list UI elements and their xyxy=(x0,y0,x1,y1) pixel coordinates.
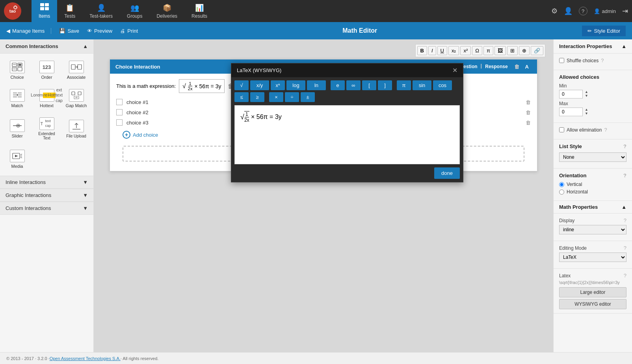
orientation-help-icon[interactable]: ? xyxy=(623,173,626,178)
list-style-select[interactable]: None Decimal Lower Alpha Upper Alpha xyxy=(559,152,626,162)
sidebar-item-slider[interactable]: Slider xyxy=(4,114,30,143)
custom-interactions-header[interactable]: Custom Interactions ▼ xyxy=(0,202,93,215)
help-icon[interactable]: ? xyxy=(579,7,587,15)
cos-btn[interactable]: cos xyxy=(433,80,452,90)
underline-button[interactable]: U xyxy=(437,46,447,55)
choice3-delete-icon[interactable]: 🗑 xyxy=(526,120,531,126)
nav-item-groups[interactable]: 👥 Groups xyxy=(120,0,149,22)
choice1-checkbox[interactable] xyxy=(116,99,123,105)
common-interactions-header[interactable]: Common Interactions ▲ xyxy=(0,39,93,54)
print-button[interactable]: 🖨 Print xyxy=(120,28,138,34)
company-link[interactable]: Open Assessment Technologies S.A. xyxy=(50,356,121,361)
rbracket-btn[interactable]: ] xyxy=(378,80,392,90)
shuffle-section: Shuffle choices ? xyxy=(554,54,632,70)
sqrt-btn[interactable]: √ xyxy=(234,80,249,90)
table-button[interactable]: ⊞ xyxy=(507,46,518,55)
preview-button[interactable]: 👁 Preview xyxy=(87,28,112,34)
list-style-help-icon[interactable]: ? xyxy=(623,143,626,149)
wysiwyg-editor-button[interactable]: WYSIWYG editor xyxy=(559,299,626,309)
allow-elimination-help-icon[interactable]: ? xyxy=(604,127,607,133)
fraction-btn[interactable]: x/y xyxy=(250,80,269,90)
nav-item-testtakers[interactable]: 👤 Test-takers xyxy=(82,0,120,22)
power-btn[interactable]: xⁿ xyxy=(271,80,285,90)
infinity-btn[interactable]: ∞ xyxy=(346,80,361,90)
graphic-interactions-header[interactable]: Graphic Interactions ▼ xyxy=(0,189,93,202)
style-editor-button[interactable]: ✏ Style Editor xyxy=(582,26,626,36)
latex-dialog: LaTeX (WYSIWYG) ✕ √ x/y xⁿ log ln e ∞ [ … xyxy=(231,63,463,182)
sidebar-item-extended-text[interactable]: Ttext cap Extended Text xyxy=(33,114,60,143)
interaction-properties-collapse[interactable]: ▲ xyxy=(621,43,626,49)
app-logo[interactable]: tao xyxy=(4,2,24,20)
inline-interactions-header[interactable]: Inline Interactions ▼ xyxy=(0,176,93,189)
pi-button[interactable]: π xyxy=(483,46,493,55)
sidebar-item-hottext[interactable]: Lorem reHottexttext cap Hottext xyxy=(33,86,60,111)
choice3-checkbox[interactable] xyxy=(116,119,123,126)
special-button[interactable]: ⊕ xyxy=(519,46,530,55)
euler-btn[interactable]: e xyxy=(331,80,345,90)
max-input[interactable] xyxy=(559,108,583,116)
editing-mode-select[interactable]: LaTeX WYSIWYG xyxy=(559,253,626,262)
link-button[interactable]: 🔗 xyxy=(531,46,543,55)
sidebar-item-choice[interactable]: Choice xyxy=(4,58,30,83)
superscript-button[interactable]: x² xyxy=(460,46,471,55)
shuffle-help-icon[interactable]: ? xyxy=(601,58,604,63)
choice1-delete-icon[interactable]: 🗑 xyxy=(526,99,531,105)
nav-item-results[interactable]: 📊 Results xyxy=(184,0,214,22)
lbracket-btn[interactable]: [ xyxy=(362,80,376,90)
italic-button[interactable]: I xyxy=(428,46,436,55)
vertical-radio[interactable] xyxy=(559,182,564,187)
sidebar-item-associate[interactable]: Associate xyxy=(63,58,89,83)
times-btn[interactable]: × xyxy=(269,92,283,102)
save-button[interactable]: 💾 Save xyxy=(59,28,79,34)
sidebar-item-media[interactable]: Media xyxy=(4,147,30,172)
image-button[interactable]: 🖼 xyxy=(494,46,506,55)
choice2-checkbox[interactable] xyxy=(116,109,123,115)
sidebar-item-order[interactable]: 123 Order xyxy=(33,58,60,83)
sidebar-item-gap-match[interactable]: ab Gap Match xyxy=(63,86,89,111)
logout-icon[interactable]: ⇥ xyxy=(622,7,628,15)
math-expression[interactable]: √ 1 2x × 56π = 3y xyxy=(179,79,225,93)
latex-editor[interactable]: √12x × 56π = 3y xyxy=(234,105,460,164)
omega-button[interactable]: Ω xyxy=(472,46,482,55)
ln-btn[interactable]: ln xyxy=(307,80,326,90)
nav-item-items[interactable]: Items xyxy=(32,0,57,22)
display-select[interactable]: inline block xyxy=(559,225,626,234)
large-editor-button[interactable]: Large editor xyxy=(559,287,626,297)
choice2-delete-icon[interactable]: 🗑 xyxy=(526,110,531,115)
log-btn[interactable]: log xyxy=(286,80,305,90)
response-tab[interactable]: Response xyxy=(482,63,511,71)
plusminus-btn[interactable]: ± xyxy=(301,92,315,102)
min-down-spinner[interactable]: ▼ xyxy=(585,94,588,98)
pi-btn[interactable]: π xyxy=(397,80,411,90)
svg-rect-16 xyxy=(18,67,22,71)
latex-close-button[interactable]: ✕ xyxy=(452,67,457,74)
horizontal-radio[interactable] xyxy=(559,189,564,195)
nav-item-tests[interactable]: 📋 Tests xyxy=(57,0,82,22)
subscript-button[interactable]: x₂ xyxy=(448,46,459,55)
nav-testtakers-label: Test-takers xyxy=(89,13,113,19)
max-down-spinner[interactable]: ▼ xyxy=(585,112,588,116)
allow-elimination-checkbox[interactable] xyxy=(559,127,564,132)
editing-mode-help-icon[interactable]: ? xyxy=(624,245,626,251)
bold-button[interactable]: B xyxy=(417,46,427,55)
leq-btn[interactable]: ≤ xyxy=(234,92,249,102)
format-button[interactable]: A xyxy=(522,63,532,71)
nav-item-deliveries[interactable]: 📦 Deliveries xyxy=(149,0,184,22)
users-icon[interactable]: 👤 xyxy=(564,7,573,15)
choice-label: Choice xyxy=(10,75,24,80)
min-input[interactable] xyxy=(559,90,583,98)
geq-btn[interactable]: ≥ xyxy=(250,92,264,102)
settings-icon[interactable]: ⚙ xyxy=(551,7,558,15)
shuffle-choices-checkbox[interactable] xyxy=(559,58,564,63)
divide-btn[interactable]: ÷ xyxy=(285,92,299,102)
display-help-icon[interactable]: ? xyxy=(624,217,626,223)
trash-icon[interactable]: 🗑 xyxy=(514,64,519,70)
latex-help-icon[interactable]: ? xyxy=(624,273,626,279)
sidebar-item-match[interactable]: Match xyxy=(4,86,30,111)
done-button[interactable]: done xyxy=(434,167,460,179)
admin-button[interactable]: 👤 admin xyxy=(594,8,616,14)
math-properties-header[interactable]: Math Properties ▲ xyxy=(559,204,626,210)
sin-btn[interactable]: sin xyxy=(413,80,431,90)
back-button[interactable]: ◀ Manage Items xyxy=(6,28,51,34)
sidebar-item-file-upload[interactable]: File Upload xyxy=(63,114,89,143)
